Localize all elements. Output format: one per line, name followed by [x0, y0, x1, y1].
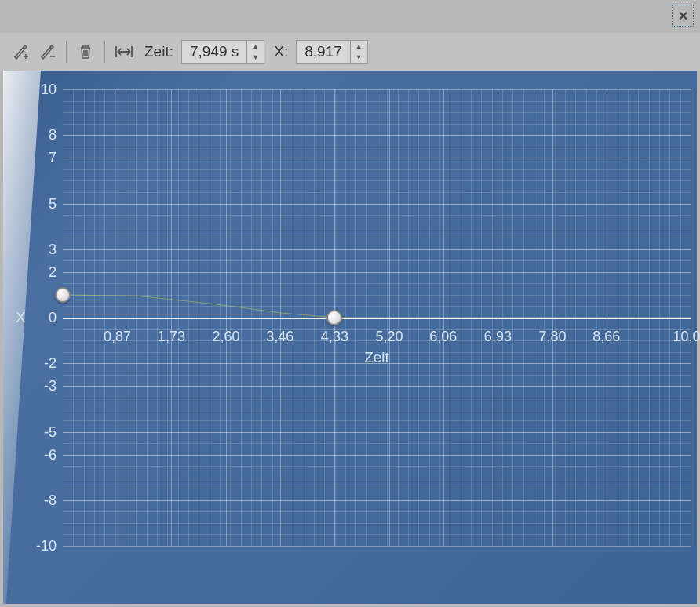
y-tick-label: 5 [25, 195, 57, 212]
y-tick-label: -3 [25, 378, 57, 394]
x-down-icon[interactable]: ▼ [351, 52, 367, 63]
x-spinner[interactable]: 8,917 ▲ ▼ [296, 40, 368, 64]
y-tick-label: 0 [25, 310, 57, 326]
close-icon: ✕ [678, 9, 688, 24]
x-tick-label: 6,06 [429, 329, 457, 345]
titlebar: ✕ [0, 0, 700, 33]
x-value: 8,917 [297, 43, 350, 60]
toolbar: Zeit: 7,949 s ▲ ▼ X: 8,917 ▲ ▼ [0, 33, 700, 71]
curve-handle[interactable] [55, 287, 71, 303]
y-tick-label: 3 [25, 241, 57, 257]
x-label: X: [274, 43, 288, 60]
zeit-spinner[interactable]: 7,949 s ▲ ▼ [181, 40, 264, 64]
zeit-label: Zeit: [144, 43, 173, 60]
y-tick-label: -2 [25, 355, 57, 372]
x-up-icon[interactable]: ▲ [351, 41, 367, 52]
x-tick-label: 1,73 [158, 329, 185, 345]
pen-add-icon[interactable] [9, 41, 31, 63]
separator [66, 41, 67, 63]
y-tick-label: 2 [25, 264, 57, 280]
trash-icon[interactable] [75, 41, 97, 63]
separator [104, 41, 105, 63]
x-tick-label: 8,66 [592, 329, 620, 345]
x-tick-label: 2,60 [212, 329, 239, 345]
y-tick-label: -8 [25, 492, 57, 508]
y-tick-label: 10 [25, 82, 57, 98]
x-tick-label: 0,87 [104, 329, 131, 345]
zeit-down-icon[interactable]: ▼ [247, 52, 264, 63]
y-tick-label: 8 [25, 127, 57, 144]
pen-remove-icon[interactable] [36, 41, 58, 63]
plot-region[interactable]: X Zeit 10875320-2-3-5-6-8-100,871,732,60… [63, 89, 691, 546]
fit-width-icon[interactable] [113, 41, 135, 63]
zeit-up-icon[interactable]: ▲ [247, 41, 264, 52]
chart-area[interactable]: X Zeit 10875320-2-3-5-6-8-100,871,732,60… [3, 71, 697, 604]
zeit-value: 7,949 s [182, 43, 246, 60]
y-tick-label: -6 [25, 446, 57, 463]
close-button[interactable]: ✕ [672, 5, 694, 27]
curve-handle[interactable] [326, 310, 342, 325]
x-tick-label: 4,33 [321, 329, 348, 345]
y-tick-label: 7 [25, 150, 57, 166]
y-tick-label: -10 [25, 538, 57, 554]
x-tick-label: 5,20 [375, 329, 403, 345]
x-tick-label: 3,46 [266, 329, 293, 345]
x-tick-label: 6,93 [484, 329, 512, 345]
y-tick-label: -5 [25, 423, 57, 440]
x-tick-label: 10,00 [673, 329, 700, 345]
y-axis-title: X [16, 309, 26, 326]
x-tick-label: 7,80 [538, 329, 566, 345]
